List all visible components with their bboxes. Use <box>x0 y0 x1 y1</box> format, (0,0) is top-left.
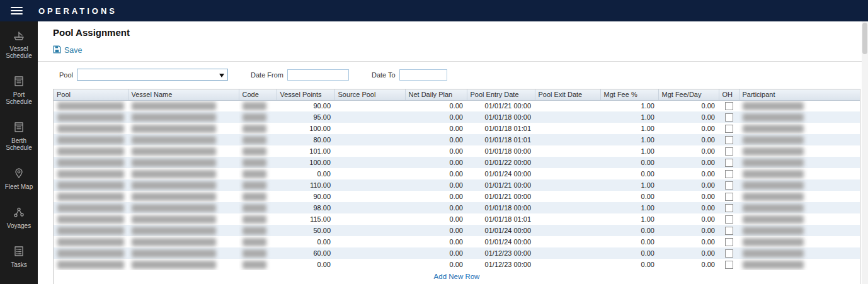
column-header-net-daily-plan[interactable]: Net Daily Plan <box>405 89 467 100</box>
vessel-points-cell: 0.00 <box>277 236 334 247</box>
column-header-vessel-name[interactable]: Vessel Name <box>128 89 239 100</box>
oh-checkbox[interactable] <box>725 102 733 110</box>
mgt-fee-day-cell: 0.00 <box>658 157 719 168</box>
redacted-participant-value <box>743 215 804 224</box>
sidebar-item-vessel-schedule[interactable]: Vessel Schedule <box>0 29 38 59</box>
pool-filter-label: Pool <box>59 71 73 79</box>
net-daily-plan-cell: 0.00 <box>405 247 467 259</box>
table-row[interactable]: 110.00 0.00 01/01/21 00:00 1.00 0.00 <box>54 179 860 191</box>
oh-cell <box>719 123 739 134</box>
source-pool-cell <box>334 157 405 168</box>
sidebar-item-label: Vessel Schedule <box>0 45 38 59</box>
source-pool-cell <box>334 202 405 213</box>
column-header-mgt-fee-day[interactable]: Mgt Fee/Day <box>658 89 719 100</box>
oh-checkbox[interactable] <box>725 215 733 224</box>
main-content: Pool Assignment Save Pool Date From Date… <box>38 21 868 284</box>
sidebar-item-label: Tasks <box>11 261 27 268</box>
table-row[interactable]: 115.00 0.00 01/01/18 01:01 1.00 0.00 <box>54 213 860 225</box>
pool-exit-date-cell <box>535 213 600 225</box>
oh-cell <box>719 134 739 145</box>
column-header-source-pool[interactable]: Source Pool <box>334 89 405 100</box>
code-cell <box>239 134 277 145</box>
oh-checkbox[interactable] <box>725 204 733 212</box>
oh-checkbox[interactable] <box>725 159 733 167</box>
redacted-pool-value <box>57 125 124 133</box>
save-button[interactable]: Save <box>53 45 83 55</box>
oh-checkbox[interactable] <box>725 227 733 235</box>
participant-cell <box>739 145 860 157</box>
oh-checkbox[interactable] <box>725 170 733 178</box>
redacted-participant-value <box>743 238 804 246</box>
column-header-mgt-fee-pct[interactable]: Mgt Fee % <box>600 89 658 100</box>
menu-icon[interactable] <box>11 7 23 14</box>
column-header-pool[interactable]: Pool <box>54 89 128 100</box>
oh-checkbox[interactable] <box>725 136 733 144</box>
oh-cell <box>719 100 739 111</box>
vertical-scrollbar[interactable] <box>862 21 868 284</box>
table-row[interactable]: 0.00 0.00 01/01/24 00:00 0.00 0.00 <box>54 168 860 179</box>
table-row[interactable]: 80.00 0.00 01/01/18 01:01 1.00 0.00 <box>54 134 860 145</box>
date-to-input[interactable] <box>399 69 447 81</box>
sidebar-item-voyages[interactable]: Voyages <box>0 206 38 229</box>
column-header-pool-exit-date[interactable]: Pool Exit Date <box>535 89 600 100</box>
table-row[interactable]: 0.00 0.00 01/12/23 00:00 0.00 0.00 <box>54 259 860 270</box>
mgt-fee-day-cell: 0.00 <box>658 111 719 123</box>
sidebar-item-tasks[interactable]: Tasks <box>0 245 38 268</box>
pool-entry-date-cell: 01/01/24 00:00 <box>467 236 535 247</box>
column-header-pool-entry-date[interactable]: Pool Entry Date <box>467 89 535 100</box>
table-row[interactable]: 98.00 0.00 01/01/18 00:00 1.00 0.00 <box>54 202 860 213</box>
oh-cell <box>719 213 739 225</box>
sidebar-item-port-schedule[interactable]: Port Schedule <box>0 75 38 105</box>
redacted-participant-value <box>743 136 804 144</box>
participant-cell <box>739 134 860 145</box>
pool-cell <box>54 236 128 247</box>
oh-checkbox[interactable] <box>725 193 733 201</box>
oh-checkbox[interactable] <box>725 181 733 190</box>
table-row[interactable]: 60.00 0.00 01/12/23 00:00 0.00 0.00 <box>54 247 860 259</box>
sidebar-item-fleet-map[interactable]: Fleet Map <box>0 167 38 190</box>
redacted-pool-value <box>57 249 124 258</box>
pool-cell <box>54 134 128 145</box>
oh-checkbox[interactable] <box>725 125 733 133</box>
table-row[interactable]: 50.00 0.00 01/01/24 00:00 0.00 0.00 <box>54 225 860 236</box>
table-row[interactable]: 0.00 0.00 01/01/24 00:00 0.00 0.00 <box>54 236 860 247</box>
sidebar: Vessel Schedule Port Schedule Berth Sche… <box>0 21 38 284</box>
redacted-pool-value <box>57 227 124 235</box>
column-header-participant[interactable]: Participant <box>739 89 860 100</box>
oh-cell <box>719 191 739 202</box>
scrollbar-thumb[interactable] <box>862 23 867 54</box>
redacted-code-value <box>243 193 266 201</box>
code-cell <box>239 111 277 123</box>
column-header-code[interactable]: Code <box>239 89 277 100</box>
pool-select[interactable] <box>77 69 228 81</box>
pool-cell <box>54 123 128 134</box>
source-pool-cell <box>334 100 405 111</box>
pool-exit-date-cell <box>535 145 600 157</box>
vessel-points-cell: 115.00 <box>277 213 334 225</box>
redacted-participant-value <box>743 170 804 178</box>
redacted-code-value <box>243 159 266 167</box>
table-row[interactable]: 100.00 0.00 01/01/18 01:01 1.00 0.00 <box>54 123 860 134</box>
table-row[interactable]: 100.00 0.00 01/01/22 00:00 0.00 0.00 <box>54 157 860 168</box>
table-row[interactable]: 90.00 0.00 01/01/21 00:00 0.00 0.00 <box>54 191 860 202</box>
oh-checkbox[interactable] <box>725 238 733 246</box>
oh-checkbox[interactable] <box>725 113 733 122</box>
oh-checkbox[interactable] <box>725 261 733 269</box>
pool-cell <box>54 191 128 202</box>
participant-cell <box>739 100 860 111</box>
oh-checkbox[interactable] <box>725 249 733 258</box>
redacted-pool-value <box>57 147 124 156</box>
mgt-fee-day-cell: 0.00 <box>658 259 719 270</box>
net-daily-plan-cell: 0.00 <box>405 259 467 270</box>
code-cell <box>239 191 277 202</box>
table-row[interactable]: 101.00 0.00 01/01/18 00:00 1.00 0.00 <box>54 145 860 157</box>
oh-checkbox[interactable] <box>725 147 733 156</box>
column-header-oh[interactable]: OH <box>719 89 739 100</box>
sidebar-item-berth-schedule[interactable]: Berth Schedule <box>0 121 38 151</box>
date-from-input[interactable] <box>287 69 349 81</box>
add-new-row-link[interactable]: Add New Row <box>54 270 860 284</box>
table-row[interactable]: 95.00 0.00 01/01/18 00:00 1.00 0.00 <box>54 111 860 123</box>
pool-exit-date-cell <box>535 134 600 145</box>
table-row[interactable]: 90.00 0.00 01/01/21 00:00 1.00 0.00 <box>54 100 860 111</box>
column-header-vessel-points[interactable]: Vessel Points <box>277 89 334 100</box>
